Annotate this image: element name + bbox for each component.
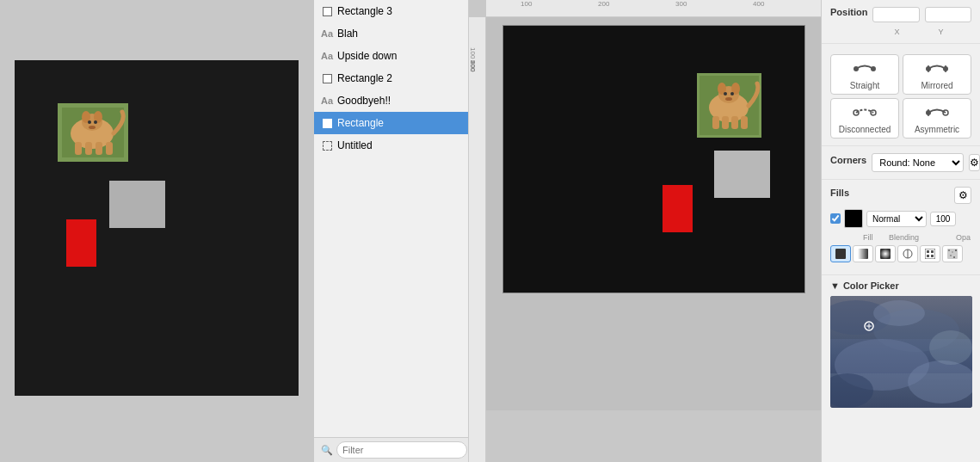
layers-list: Rectangle 3 Aa Blah Aa Upside down Recta…: [314, 0, 468, 437]
svg-point-64: [929, 330, 972, 365]
canvas-area: 100 200 300 400 500 100 200 300 400 500: [469, 0, 821, 462]
blending-select[interactable]: Normal Multiply Screen Overlay: [866, 211, 927, 227]
position-x-input[interactable]: [872, 7, 919, 22]
layer-label-rectangle: Rectangle: [337, 117, 461, 129]
mirrored-cap-icon: [924, 59, 950, 79]
svg-rect-45: [927, 255, 929, 257]
svg-rect-24: [731, 116, 738, 129]
layer-label-blah: Blah: [337, 28, 461, 40]
straight-cap-label: Straight: [850, 81, 879, 90]
blending-label: Blending: [889, 233, 949, 242]
opacity-label: Opa: [956, 233, 971, 242]
svg-point-6: [88, 120, 91, 124]
disconnected-cap-label: Disconnected: [839, 125, 891, 134]
svg-rect-44: [931, 250, 934, 253]
svg-rect-52: [953, 256, 955, 258]
fill-linear-button[interactable]: [853, 245, 873, 262]
color-picker-header: ▼ Color Picker: [830, 280, 971, 291]
fills-section: Fills ⚙ Normal Multiply Screen Overlay F…: [822, 180, 980, 275]
cap-option-asymmetric[interactable]: Asymmetric: [903, 98, 971, 139]
svg-point-19: [724, 92, 727, 95]
gray-rect-left: [109, 181, 165, 228]
fill-pattern-button[interactable]: [920, 245, 940, 262]
layer-label-rect3: Rectangle 3: [337, 5, 461, 17]
cap-option-mirrored[interactable]: Mirrored: [903, 54, 971, 95]
red-rect-right: [663, 185, 693, 232]
cap-grid: Straight Mirrored: [830, 54, 971, 139]
rect-layer-icon-rectangle: [321, 117, 333, 129]
layers-footer: 🔍 ⊞ ✎: [314, 437, 468, 462]
fills-main-row: Normal Multiply Screen Overlay: [830, 209, 971, 228]
ruler-mark-100v: 100: [469, 47, 477, 59]
svg-rect-11: [96, 142, 102, 155]
corners-select[interactable]: Round: None Round: All Round: Custom: [872, 153, 964, 172]
svg-point-27: [871, 66, 876, 71]
layer-item-goodbyeh[interactable]: Aa Goodbyeh!!: [314, 89, 468, 112]
fills-header: Fills ⚙: [830, 187, 971, 204]
fill-type-buttons: [830, 245, 971, 262]
corners-settings-button[interactable]: ⚙: [969, 154, 980, 171]
position-title: Position: [830, 7, 867, 17]
layer-item-rect3[interactable]: Rectangle 3: [314, 0, 468, 22]
svg-point-63: [873, 300, 925, 326]
fill-solid-button[interactable]: [830, 245, 851, 262]
svg-rect-25: [741, 116, 748, 129]
rect-layer-icon-rect2: [321, 72, 333, 84]
opacity-input[interactable]: [930, 212, 956, 226]
layer-label-upside-down: Upside down: [337, 50, 461, 62]
search-icon: 🔍: [321, 445, 333, 456]
disconnected-cap-icon: [852, 102, 878, 123]
svg-rect-22: [712, 116, 719, 129]
main-canvas[interactable]: [486, 17, 821, 410]
svg-rect-42: [925, 249, 935, 259]
svg-rect-46: [931, 255, 934, 257]
color-picker-chevron-icon[interactable]: ▼: [830, 280, 840, 291]
ruler-top: 100 200 300 400 500: [486, 0, 821, 17]
position-y-input[interactable]: [925, 7, 971, 22]
position-section: Position X Y: [822, 0, 980, 44]
fill-enabled-checkbox[interactable]: [830, 213, 841, 224]
svg-rect-10: [85, 142, 92, 155]
mirrored-cap-label: Mirrored: [921, 81, 952, 90]
ruler-mark-500v: 500: [469, 60, 477, 71]
fill-color-swatch[interactable]: [844, 209, 863, 228]
fill-radial-button[interactable]: [875, 245, 896, 262]
left-canvas-black: [15, 60, 299, 396]
filter-input[interactable]: [336, 441, 467, 459]
svg-rect-12: [106, 142, 113, 155]
layer-item-blah[interactable]: Aa Blah: [314, 22, 468, 45]
fill-noise-button[interactable]: [942, 245, 963, 262]
cap-option-disconnected[interactable]: Disconnected: [830, 98, 899, 139]
ruler-left: 100 200 300 400 500: [469, 17, 486, 462]
svg-rect-23: [722, 116, 729, 129]
canvas-black-main: [503, 26, 804, 293]
layer-item-rect2[interactable]: Rectangle 2: [314, 67, 468, 89]
cap-styles-section: Straight Mirrored: [822, 44, 980, 146]
layer-item-untitled[interactable]: Untitled: [314, 134, 468, 157]
red-rect-left: [66, 219, 96, 267]
color-picker-section: ▼ Color Picker: [822, 275, 980, 416]
position-y-label: Y: [921, 28, 960, 36]
ruler-mark-400h: 400: [753, 0, 764, 8]
layers-panel: Rectangle 3 Aa Blah Aa Upside down Recta…: [314, 0, 469, 462]
position-x-label: X: [878, 28, 916, 36]
layer-item-rectangle[interactable]: Rectangle: [314, 112, 468, 134]
fill-column-labels: Fill Blending Opa: [863, 233, 971, 242]
fills-settings-button[interactable]: ⚙: [954, 187, 971, 204]
svg-rect-49: [952, 251, 953, 253]
svg-rect-50: [955, 249, 957, 251]
svg-point-8: [89, 126, 96, 129]
corners-section: Corners Round: None Round: All Round: Cu…: [822, 146, 980, 180]
corners-title: Corners: [830, 155, 866, 165]
straight-cap-icon: [852, 59, 878, 79]
dashed-layer-icon-untitled: [321, 139, 333, 151]
cap-option-straight[interactable]: Straight: [830, 54, 899, 95]
fill-angular-button[interactable]: [897, 245, 918, 262]
gray-rect-right: [714, 151, 770, 198]
ruler-mark-200h: 200: [598, 0, 609, 8]
layer-item-upside-down[interactable]: Aa Upside down: [314, 45, 468, 67]
ruler-mark-100h: 100: [521, 0, 532, 8]
svg-rect-37: [835, 249, 846, 259]
text-layer-icon-blah: Aa: [321, 28, 333, 40]
color-picker-canvas[interactable]: [830, 296, 972, 408]
